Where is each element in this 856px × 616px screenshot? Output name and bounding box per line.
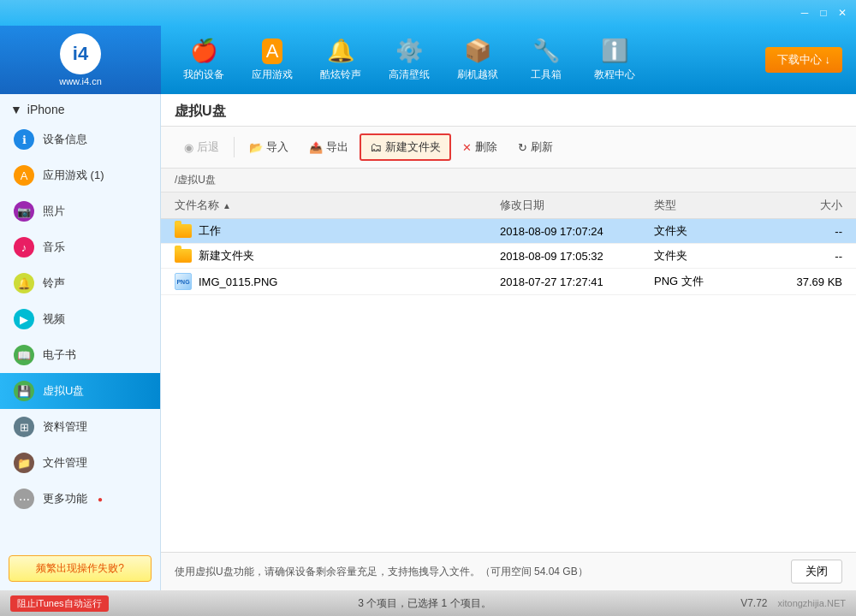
file-size: --: [757, 250, 842, 263]
nav-app-game[interactable]: A 应用游戏: [238, 26, 306, 94]
file-name: 新建文件夹: [199, 248, 254, 264]
sidebar-item-file-manage[interactable]: 📁 文件管理: [0, 445, 160, 481]
refresh-label: 刷新: [531, 139, 553, 155]
header: i4 www.i4.cn 🍎 我的设备 A 应用游戏 🔔 酷炫铃声 ⚙️ 高清壁…: [0, 26, 856, 94]
sidebar-label-ringtone: 铃声: [43, 275, 65, 291]
file-name: IMG_0115.PNG: [199, 275, 278, 288]
folder-icon: [175, 224, 192, 238]
refresh-icon: ↻: [518, 141, 527, 154]
nav-toolbox[interactable]: 🔧 工具箱: [512, 26, 580, 94]
table-row[interactable]: 工作 2018-08-09 17:07:24 文件夹 --: [161, 219, 856, 244]
refresh-button[interactable]: ↻ 刷新: [508, 134, 562, 160]
app-game-icon: A: [14, 165, 34, 186]
data-manage-icon: ⊞: [14, 417, 34, 437]
sidebar-item-photos[interactable]: 📷 照片: [0, 193, 160, 229]
nav-ringtone-icon: 🔔: [327, 38, 354, 64]
info-text: 使用虚拟U盘功能，请确保设备剩余容量充足，支持拖拽导入文件。（可用空间 54.0…: [175, 565, 588, 579]
import-button[interactable]: 📂 导入: [240, 134, 298, 160]
close-button[interactable]: ✕: [835, 6, 849, 20]
table-row[interactable]: PNG IMG_0115.PNG 2018-07-27 17:27:41 PNG…: [161, 269, 856, 295]
sort-icon: ▲: [223, 201, 231, 210]
statusbar: 阻止iTunes自动运行 3 个项目，已选择 1 个项目。 V7.72 xito…: [0, 590, 856, 616]
sidebar-label-video: 视频: [43, 311, 65, 327]
sidebar-bottom: 频繁出现操作失败?: [0, 547, 160, 590]
logo-website: www.i4.cn: [59, 76, 102, 86]
virtual-udisk-icon: 💾: [14, 381, 34, 401]
path-text: /虚拟U盘: [175, 174, 216, 186]
nav-toolbox-label: 工具箱: [531, 68, 562, 82]
export-button[interactable]: 📤 导出: [300, 134, 358, 160]
photos-icon: 📷: [14, 201, 34, 222]
sidebar-label-data-manage: 资料管理: [43, 419, 87, 435]
file-manage-icon: 📁: [14, 453, 34, 473]
sidebar-item-ringtone[interactable]: 🔔 铃声: [0, 265, 160, 301]
file-type: 文件夹: [654, 223, 757, 239]
file-name-cell: 新建文件夹: [175, 248, 500, 264]
back-label: 后退: [197, 139, 219, 155]
titlebar: ─ □ ✕: [0, 0, 856, 26]
file-type: 文件夹: [654, 248, 757, 264]
nav-app-game-icon: A: [262, 38, 283, 64]
nav-ringtone[interactable]: 🔔 酷炫铃声: [306, 26, 375, 94]
delete-button[interactable]: ✕ 删除: [453, 134, 507, 160]
table-row[interactable]: 新建文件夹 2018-08-09 17:05:32 文件夹 --: [161, 244, 856, 269]
info-bar: 使用虚拟U盘功能，请确保设备剩余容量充足，支持拖拽导入文件。（可用空间 54.0…: [161, 552, 856, 590]
close-info-button[interactable]: 关闭: [791, 560, 842, 583]
main-layout: ▼ iPhone ℹ 设备信息 A 应用游戏 (1) 📷 照片 ♪ 音乐 🔔 铃…: [0, 94, 856, 590]
new-folder-icon: 🗂: [370, 140, 382, 154]
status-text: 3 个项目，已选择 1 个项目。: [358, 596, 490, 611]
content-title: 虚拟U盘: [161, 94, 856, 127]
nav-ringtone-label: 酷炫铃声: [320, 68, 361, 82]
sidebar-label-music: 音乐: [43, 240, 65, 255]
export-label: 导出: [326, 139, 348, 155]
statusbar-right: V7.72 xitongzhijia.NET: [740, 597, 846, 609]
sidebar-device[interactable]: ▼ iPhone: [0, 94, 160, 121]
trouble-button[interactable]: 频繁出现操作失败?: [9, 555, 152, 582]
sidebar-item-virtual-udisk[interactable]: 💾 虚拟U盘: [0, 373, 160, 409]
nav-my-device[interactable]: 🍎 我的设备: [169, 26, 238, 94]
back-icon: ◉: [184, 141, 193, 154]
sidebar-item-ebook[interactable]: 📖 电子书: [0, 337, 160, 373]
file-size: --: [757, 225, 842, 238]
maximize-button[interactable]: □: [817, 6, 830, 20]
header-type: 类型: [654, 198, 757, 213]
nav-tutorial[interactable]: ℹ️ 教程中心: [580, 26, 649, 94]
more-badge: ●: [98, 495, 103, 504]
import-icon: 📂: [249, 141, 263, 154]
new-folder-button[interactable]: 🗂 新建文件夹: [360, 133, 451, 161]
version-text: V7.72: [740, 597, 767, 609]
file-type: PNG 文件: [654, 274, 757, 289]
sidebar-item-music[interactable]: ♪ 音乐: [0, 229, 160, 265]
sidebar-item-more[interactable]: ⋯ 更多功能 ●: [0, 481, 160, 517]
logo-icon: i4: [60, 33, 101, 74]
file-size: 37.69 KB: [757, 275, 842, 288]
sidebar-item-video[interactable]: ▶ 视频: [0, 301, 160, 337]
export-icon: 📤: [309, 141, 323, 154]
nav-tutorial-icon: ℹ️: [601, 38, 628, 64]
nav-wallpaper-icon: ⚙️: [395, 38, 423, 64]
header-size: 大小: [757, 198, 842, 213]
sidebar-label-device-info: 设备信息: [43, 132, 87, 147]
sidebar-item-app-game[interactable]: A 应用游戏 (1): [0, 157, 160, 193]
file-name-cell: PNG IMG_0115.PNG: [175, 273, 500, 290]
minimize-button[interactable]: ─: [798, 6, 811, 20]
ringtone-icon: 🔔: [14, 273, 34, 293]
nav-my-device-icon: 🍎: [190, 38, 217, 64]
back-button[interactable]: ◉ 后退: [175, 134, 229, 160]
sidebar-label-virtual-udisk: 虚拟U盘: [43, 383, 84, 399]
file-name: 工作: [199, 223, 221, 239]
nav-wallpaper-label: 高清壁纸: [389, 68, 430, 82]
file-date: 2018-07-27 17:27:41: [500, 275, 654, 288]
sidebar-item-device-info[interactable]: ℹ 设备信息: [0, 121, 160, 157]
sidebar-label-app-game: 应用游戏 (1): [43, 168, 104, 183]
device-label: iPhone: [27, 103, 65, 116]
file-date: 2018-08-09 17:05:32: [500, 250, 654, 263]
sidebar-item-data-manage[interactable]: ⊞ 资料管理: [0, 409, 160, 445]
nav-jailbreak[interactable]: 📦 刷机越狱: [443, 26, 512, 94]
import-label: 导入: [266, 139, 288, 155]
itunes-badge[interactable]: 阻止iTunes自动运行: [10, 595, 109, 612]
nav-wallpaper[interactable]: ⚙️ 高清壁纸: [375, 26, 443, 94]
header-right: 下载中心 ↓: [765, 47, 856, 73]
download-center-button[interactable]: 下载中心 ↓: [765, 47, 842, 73]
logo-area: i4 www.i4.cn: [0, 26, 161, 94]
